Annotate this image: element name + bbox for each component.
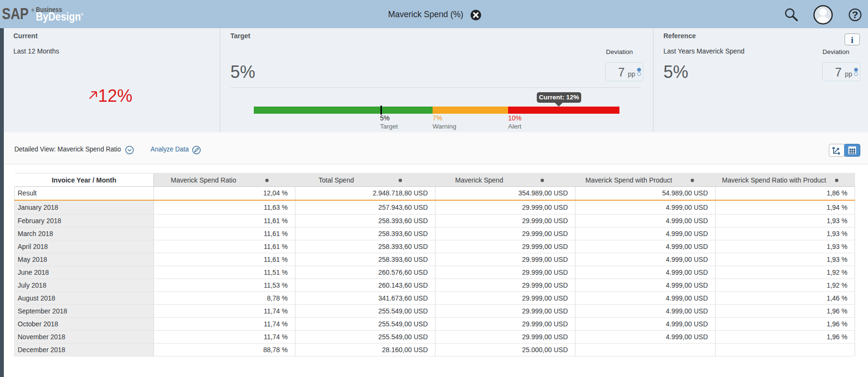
svg-text:?: ? <box>852 9 858 20</box>
